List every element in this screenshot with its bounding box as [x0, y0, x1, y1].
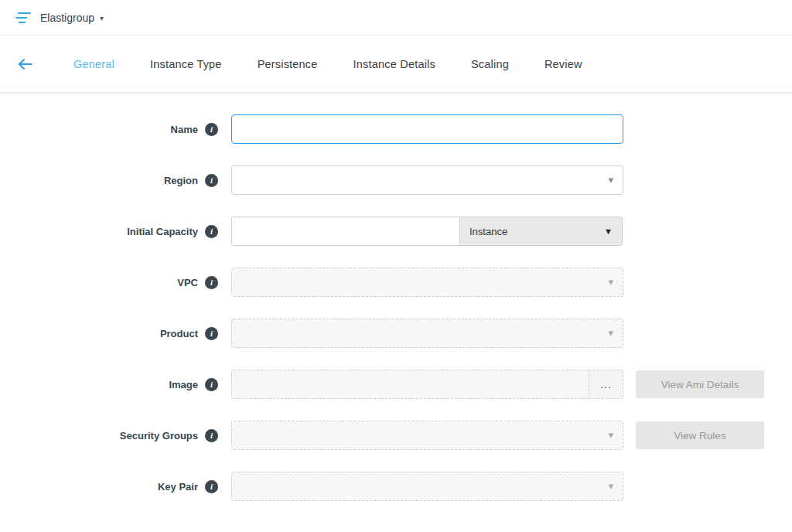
- label-wrap: Initial Capacity i: [0, 225, 218, 238]
- back-button[interactable]: [17, 57, 34, 71]
- vpc-label: VPC: [177, 277, 198, 288]
- info-icon[interactable]: i: [205, 174, 218, 187]
- label-wrap: Security Groups i: [0, 429, 218, 442]
- field: Instance ▼: [231, 217, 623, 246]
- wizard-tab-bar: General Instance Type Persistence Instan…: [0, 36, 792, 93]
- info-icon[interactable]: i: [205, 429, 218, 442]
- label-wrap: Image i: [0, 378, 218, 391]
- key-pair-select: ▾: [231, 472, 623, 501]
- label-wrap: Product i: [0, 327, 218, 340]
- elastigroup-logo-icon: [14, 11, 32, 25]
- info-icon[interactable]: i: [205, 480, 218, 493]
- image-field: ...: [231, 370, 623, 399]
- tab-instance-details[interactable]: Instance Details: [336, 58, 453, 70]
- tab-instance-type[interactable]: Instance Type: [132, 58, 240, 70]
- name-label: Name: [171, 124, 198, 135]
- app-switcher[interactable]: Elastigroup ▾: [40, 12, 104, 24]
- field: [231, 114, 623, 144]
- form-row-vpc: VPC i ▾: [0, 268, 792, 297]
- chevron-down-icon: ▾: [608, 327, 613, 339]
- product-label: Product: [160, 328, 198, 339]
- chevron-down-icon: ▾: [608, 480, 613, 492]
- capacity-unit-select[interactable]: Instance ▼: [459, 217, 623, 246]
- chevron-down-icon: ▾: [608, 429, 613, 441]
- form-row-region: Region i ▾: [0, 165, 792, 195]
- field: ▾: [231, 165, 623, 195]
- label-wrap: VPC i: [0, 276, 218, 289]
- form-row-image: Image i ... View Ami Details: [0, 370, 792, 399]
- view-rules-button[interactable]: View Rules: [636, 421, 764, 449]
- product-select: ▾: [231, 319, 623, 348]
- field: ▾: [231, 268, 623, 297]
- field: ▾: [231, 319, 623, 348]
- key-pair-label: Key Pair: [158, 481, 198, 493]
- info-icon[interactable]: i: [205, 123, 218, 136]
- region-select[interactable]: ▾: [231, 165, 623, 195]
- general-form: Name i Region i ▾ Initial Capacity i Ins: [0, 93, 792, 501]
- topbar: Elastigroup ▾: [0, 0, 792, 36]
- chevron-down-icon: ▼: [604, 227, 613, 236]
- capacity-unit-value: Instance: [469, 226, 507, 237]
- label-wrap: Region i: [0, 174, 218, 187]
- tab-persistence[interactable]: Persistence: [240, 58, 336, 70]
- name-input[interactable]: [231, 114, 623, 144]
- form-row-initial-capacity: Initial Capacity i Instance ▼: [0, 217, 792, 246]
- chevron-down-icon: ▾: [608, 276, 613, 288]
- label-wrap: Key Pair i: [0, 480, 218, 493]
- tab-scaling[interactable]: Scaling: [453, 58, 527, 70]
- field: ...: [231, 370, 623, 399]
- form-row-name: Name i: [0, 114, 792, 144]
- field: ▾: [231, 472, 623, 501]
- region-label: Region: [164, 175, 198, 186]
- tab-review[interactable]: Review: [527, 58, 600, 70]
- field: ▾: [231, 421, 623, 450]
- security-groups-label: Security Groups: [120, 430, 198, 442]
- info-icon[interactable]: i: [205, 225, 218, 238]
- initial-capacity-label: Initial Capacity: [127, 226, 198, 237]
- image-label: Image: [169, 379, 198, 390]
- view-ami-details-button[interactable]: View Ami Details: [636, 370, 764, 398]
- form-row-product: Product i ▾: [0, 319, 792, 348]
- info-icon[interactable]: i: [205, 276, 218, 289]
- chevron-down-icon: ▾: [608, 174, 613, 186]
- security-groups-select: ▾: [231, 421, 623, 450]
- info-icon[interactable]: i: [205, 327, 218, 340]
- image-value: [232, 370, 589, 398]
- tab-general[interactable]: General: [56, 58, 132, 70]
- label-wrap: Name i: [0, 123, 218, 136]
- app-name: Elastigroup: [40, 12, 94, 24]
- vpc-select: ▾: [231, 268, 623, 297]
- initial-capacity-input[interactable]: [231, 217, 460, 246]
- form-row-security-groups: Security Groups i ▾ View Rules: [0, 421, 792, 450]
- image-browse-button[interactable]: ...: [589, 370, 623, 398]
- info-icon[interactable]: i: [205, 378, 218, 391]
- form-row-key-pair: Key Pair i ▾: [0, 472, 792, 501]
- chevron-down-icon: ▾: [100, 14, 104, 22]
